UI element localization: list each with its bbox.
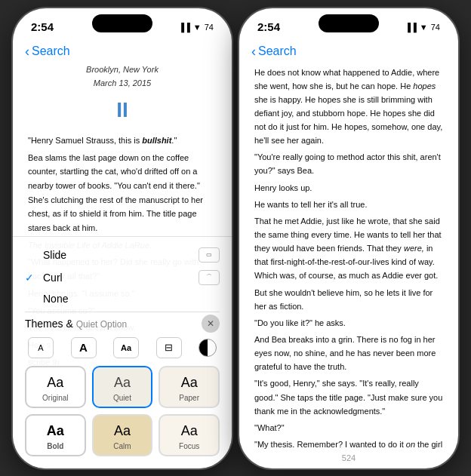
status-bar-left: 2:54 ▐▐ ▼ 74 — [13, 8, 232, 41]
theme-quiet[interactable]: Aa Quiet — [92, 366, 153, 408]
themes-label: Themes & Quiet Option — [25, 318, 127, 330]
back-button-left[interactable]: ‹ Search — [25, 45, 70, 58]
time-right: 2:54 — [257, 20, 280, 33]
brightness-button[interactable] — [199, 339, 217, 357]
toolbar-row: A A Aa ⊟ — [25, 337, 220, 358]
chevron-left-icon-right: ‹ — [251, 45, 256, 58]
theme-calm[interactable]: Aa Calm — [92, 414, 153, 456]
chapter-number: II — [28, 93, 217, 127]
status-icons-left: ▐▐ ▼ 74 — [178, 23, 214, 32]
checkmark-curl: ✓ — [25, 272, 37, 284]
theme-grid: Aa Original Aa Quiet Aa Paper Aa Bold Aa — [25, 366, 220, 456]
status-icons-right: ▐▐ ▼ 74 — [405, 23, 440, 32]
theme-aa-quiet: Aa — [114, 375, 131, 391]
theme-name-original: Original — [42, 394, 68, 402]
back-label-left: Search — [32, 45, 70, 58]
small-font-button[interactable]: A — [28, 337, 54, 358]
theme-aa-original: Aa — [47, 375, 63, 391]
slide-label: Slide — [43, 249, 192, 261]
theme-aa-bold: Aa — [47, 423, 64, 439]
theme-name-focus: Focus — [179, 442, 199, 450]
curl-icon: ⌒ — [199, 270, 220, 285]
bottom-panel: Slide ▭ ✓ Curl ⌒ None Themes & Quiet Opt… — [13, 236, 232, 468]
nav-bar-left: ‹ Search — [13, 41, 232, 63]
layout-button[interactable]: ⊟ — [156, 337, 182, 358]
wifi-icon: ▼ — [193, 23, 202, 32]
time-left: 2:54 — [31, 20, 54, 33]
book-text-right: He does not know what happened to Addie,… — [254, 66, 443, 450]
page-number: 524 — [239, 450, 458, 468]
signal-icon: ▐▐ — [178, 23, 190, 32]
theme-aa-focus: Aa — [181, 423, 198, 439]
theme-name-paper: Paper — [179, 394, 199, 402]
battery-right: 74 — [431, 23, 440, 32]
theme-name-calm: Calm — [113, 442, 131, 450]
phones-container: 2:54 ▐▐ ▼ 74 ‹ Search Brooklyn, New York… — [0, 0, 471, 476]
close-button[interactable]: ✕ — [202, 315, 220, 333]
book-location: Brooklyn, New York March 13, 2015 — [28, 63, 217, 90]
theme-bold[interactable]: Aa Bold — [25, 414, 86, 456]
back-button-right[interactable]: ‹ Search — [251, 45, 297, 58]
book-content-right[interactable]: He does not know what happened to Addie,… — [239, 63, 458, 450]
back-label-right: Search — [258, 45, 297, 58]
slide-icon: ▭ — [199, 247, 220, 263]
theme-paper[interactable]: Aa Paper — [159, 366, 220, 408]
slide-option-none[interactable]: None — [25, 290, 220, 308]
divider — [25, 312, 220, 312]
slide-option-curl[interactable]: ✓ Curl ⌒ — [25, 267, 220, 288]
curl-label: Curl — [43, 272, 192, 284]
theme-focus[interactable]: Aa Focus — [159, 414, 220, 456]
wifi-icon-right: ▼ — [420, 23, 428, 32]
battery-left: 74 — [205, 23, 214, 32]
theme-aa-calm: Aa — [114, 423, 131, 439]
slide-options: Slide ▭ ✓ Curl ⌒ None — [25, 243, 220, 309]
none-label: None — [43, 293, 220, 305]
theme-original[interactable]: Aa Original — [25, 366, 86, 408]
signal-icon-right: ▐▐ — [405, 23, 417, 32]
left-phone: 2:54 ▐▐ ▼ 74 ‹ Search Brooklyn, New York… — [13, 8, 232, 468]
large-font-button[interactable]: A — [71, 337, 97, 358]
status-bar-right: 2:54 ▐▐ ▼ 74 — [239, 8, 458, 41]
themes-close-row: Themes & Quiet Option ✕ — [25, 315, 220, 333]
book-header: Brooklyn, New York March 13, 2015 II — [28, 63, 217, 127]
nav-bar-right: ‹ Search — [239, 41, 458, 63]
theme-name-quiet: Quiet — [113, 394, 131, 402]
slide-option-slide[interactable]: Slide ▭ — [25, 244, 220, 266]
theme-name-bold: Bold — [47, 442, 63, 450]
right-phone: 2:54 ▐▐ ▼ 74 ‹ Search He does not know w… — [239, 8, 458, 468]
theme-aa-paper: Aa — [181, 375, 198, 391]
font-options-button[interactable]: Aa — [113, 337, 139, 358]
chevron-left-icon: ‹ — [25, 45, 29, 58]
